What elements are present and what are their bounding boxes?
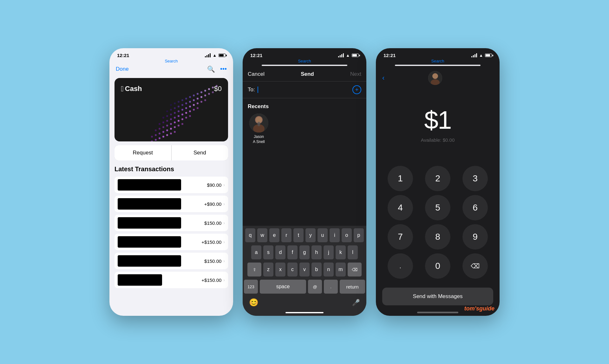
svg-point-67 bbox=[189, 96, 191, 98]
svg-point-25 bbox=[189, 115, 191, 117]
svg-point-27 bbox=[162, 121, 164, 123]
key-z[interactable]: z bbox=[263, 263, 273, 276]
period-key[interactable]: . bbox=[324, 280, 338, 294]
numpad-key-dot[interactable]: . bbox=[388, 253, 413, 279]
svg-point-21 bbox=[174, 121, 176, 123]
transaction-amount: $90.00 › bbox=[207, 182, 225, 188]
watermark-brand: tom's bbox=[464, 305, 479, 312]
phone3-status-icons: ▲ bbox=[471, 53, 492, 58]
numpad-key-7[interactable]: 7 bbox=[388, 224, 413, 250]
svg-point-40 bbox=[174, 112, 176, 114]
svg-point-20 bbox=[170, 123, 172, 125]
cancel-button[interactable]: Cancel bbox=[248, 71, 265, 77]
next-button[interactable]: Next bbox=[350, 71, 361, 77]
transaction-bar bbox=[118, 274, 162, 286]
key-x[interactable]: x bbox=[275, 263, 285, 276]
keyboard[interactable]: q w e r t y u i o p a s d f g h j k bbox=[243, 226, 366, 316]
table-row[interactable]: +$150.00 › bbox=[115, 272, 228, 288]
num-key[interactable]: 123 bbox=[244, 280, 258, 294]
more-button[interactable]: ••• bbox=[220, 65, 227, 73]
key-o[interactable]: o bbox=[342, 228, 352, 242]
svg-point-62 bbox=[170, 104, 172, 106]
key-d[interactable]: d bbox=[275, 245, 285, 259]
numpad-key-delete[interactable]: ⌫ bbox=[462, 253, 488, 279]
key-t[interactable]: t bbox=[293, 228, 304, 242]
svg-point-9 bbox=[159, 133, 160, 134]
svg-point-15 bbox=[181, 123, 183, 125]
svg-point-48 bbox=[204, 99, 206, 101]
numpad-key-9[interactable]: 9 bbox=[462, 224, 488, 250]
numpad-key-0[interactable]: 0 bbox=[425, 253, 450, 279]
key-e[interactable]: e bbox=[269, 228, 279, 242]
numpad-key-1[interactable]: 1 bbox=[388, 166, 413, 191]
table-row[interactable]: $150.00 › bbox=[115, 253, 228, 269]
send-with-messages-button[interactable]: Send with Messages bbox=[382, 288, 493, 305]
space-key[interactable]: space bbox=[260, 280, 306, 294]
key-r[interactable]: r bbox=[281, 228, 291, 242]
key-s[interactable]: s bbox=[263, 245, 273, 259]
svg-point-22 bbox=[178, 120, 180, 122]
key-v[interactable]: v bbox=[299, 263, 310, 276]
key-a[interactable]: a bbox=[251, 245, 261, 259]
key-q[interactable]: q bbox=[245, 228, 255, 242]
phone2: 12:21 ▲ Search Cancel Send Next bbox=[243, 48, 366, 316]
search-button[interactable]: 🔍 bbox=[207, 65, 215, 73]
svg-point-43 bbox=[185, 107, 187, 109]
svg-point-10 bbox=[162, 131, 164, 133]
key-g[interactable]: g bbox=[299, 245, 310, 259]
phone3-search-label: Search bbox=[376, 59, 500, 63]
key-j[interactable]: j bbox=[324, 245, 334, 259]
svg-point-18 bbox=[162, 126, 164, 128]
numpad-key-6[interactable]: 6 bbox=[462, 195, 488, 220]
recents-title: Recents bbox=[248, 103, 361, 110]
key-i[interactable]: i bbox=[330, 228, 340, 242]
back-button[interactable]: ‹ bbox=[382, 74, 384, 82]
amount-display: $1 Available: $0.00 bbox=[376, 89, 500, 166]
phone2-time: 12:21 bbox=[250, 53, 262, 58]
text-cursor bbox=[258, 87, 258, 93]
chevron-right-icon: › bbox=[223, 258, 225, 263]
numpad-key-3[interactable]: 3 bbox=[462, 166, 488, 191]
key-y[interactable]: y bbox=[305, 228, 316, 242]
key-b[interactable]: b bbox=[311, 263, 322, 276]
key-u[interactable]: u bbox=[318, 228, 328, 242]
key-p[interactable]: p bbox=[354, 228, 364, 242]
emoji-button[interactable]: 😊 bbox=[249, 298, 259, 307]
send-button[interactable]: Send bbox=[172, 145, 228, 160]
numpad-key-8[interactable]: 8 bbox=[425, 224, 450, 250]
return-key[interactable]: return bbox=[340, 280, 365, 294]
numpad-key-5[interactable]: 5 bbox=[425, 195, 450, 220]
key-h[interactable]: h bbox=[311, 245, 322, 259]
phone2-status-bar: 12:21 ▲ bbox=[243, 48, 366, 59]
svg-point-1 bbox=[155, 139, 157, 141]
key-n[interactable]: n bbox=[324, 263, 334, 276]
numpad-key-4[interactable]: 4 bbox=[388, 195, 413, 220]
keyboard-row-4: 123 space @ . return bbox=[244, 280, 365, 294]
numpad-key-2[interactable]: 2 bbox=[425, 166, 450, 191]
chevron-right-icon: › bbox=[223, 201, 225, 206]
table-row[interactable]: $150.00 › bbox=[115, 215, 228, 231]
key-m[interactable]: m bbox=[336, 263, 346, 276]
at-key[interactable]: @ bbox=[308, 280, 322, 294]
request-button[interactable]: Request bbox=[115, 145, 171, 160]
table-row[interactable]: +$90.00 › bbox=[115, 196, 228, 212]
key-f[interactable]: f bbox=[287, 245, 298, 259]
key-l[interactable]: l bbox=[348, 245, 358, 259]
svg-point-50 bbox=[170, 109, 172, 111]
list-item[interactable]: JasonA Snell bbox=[248, 114, 270, 144]
card-logo-text: Cash bbox=[125, 85, 142, 93]
svg-point-11 bbox=[166, 129, 168, 131]
key-k[interactable]: k bbox=[336, 245, 346, 259]
shift-key[interactable]: ⇧ bbox=[247, 263, 261, 276]
add-contact-button[interactable]: + bbox=[352, 85, 361, 94]
to-field[interactable]: To: + bbox=[243, 81, 366, 98]
phone1-search-label: Search bbox=[109, 59, 233, 63]
key-c[interactable]: c bbox=[287, 263, 298, 276]
key-w[interactable]: w bbox=[257, 228, 267, 242]
mic-button[interactable]: 🎤 bbox=[352, 299, 360, 306]
svg-point-58 bbox=[200, 96, 202, 98]
table-row[interactable]: $90.00 › bbox=[115, 177, 228, 193]
done-button[interactable]: Done bbox=[116, 66, 129, 72]
delete-key[interactable]: ⌫ bbox=[348, 263, 362, 276]
table-row[interactable]: +$150.00 › bbox=[115, 234, 228, 250]
